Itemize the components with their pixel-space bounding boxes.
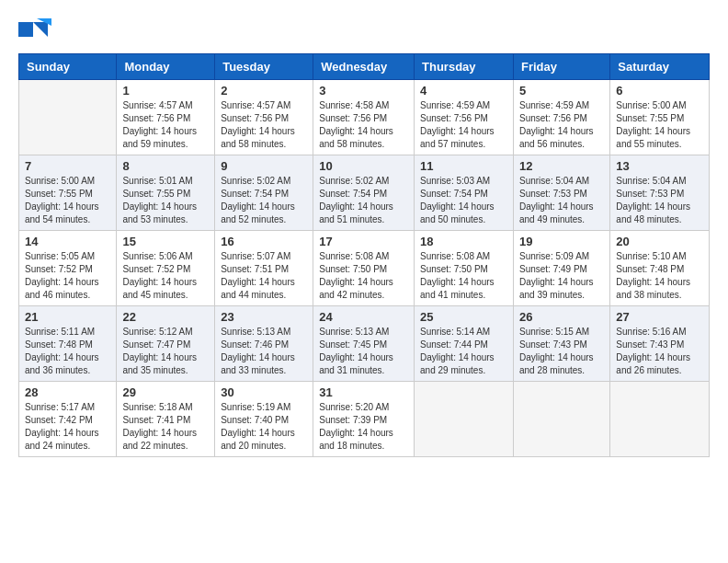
day-info: Sunrise: 5:09 AM Sunset: 7:49 PM Dayligh… (519, 250, 604, 302)
calendar-cell: 27Sunrise: 5:16 AM Sunset: 7:43 PM Dayli… (610, 306, 710, 382)
day-number: 2 (221, 84, 307, 98)
page-header (18, 18, 710, 44)
calendar-cell: 11Sunrise: 5:03 AM Sunset: 7:54 PM Dayli… (415, 155, 514, 231)
day-info: Sunrise: 5:11 AM Sunset: 7:48 PM Dayligh… (25, 326, 110, 377)
day-info: Sunrise: 5:08 AM Sunset: 7:50 PM Dayligh… (319, 250, 408, 302)
calendar-cell: 8Sunrise: 5:01 AM Sunset: 7:55 PM Daylig… (117, 155, 215, 231)
day-info: Sunrise: 5:03 AM Sunset: 7:54 PM Dayligh… (420, 175, 507, 226)
day-info: Sunrise: 5:19 AM Sunset: 7:40 PM Dayligh… (221, 401, 307, 453)
calendar-cell: 24Sunrise: 5:13 AM Sunset: 7:45 PM Dayli… (313, 306, 415, 382)
day-number: 12 (519, 159, 604, 173)
day-info: Sunrise: 4:57 AM Sunset: 7:56 PM Dayligh… (122, 99, 209, 151)
calendar-cell: 18Sunrise: 5:08 AM Sunset: 7:50 PM Dayli… (415, 231, 514, 306)
column-header-sunday: Sunday (19, 54, 117, 80)
calendar-cell: 17Sunrise: 5:08 AM Sunset: 7:50 PM Dayli… (313, 231, 415, 306)
calendar-week-row: 14Sunrise: 5:05 AM Sunset: 7:52 PM Dayli… (19, 231, 710, 306)
day-info: Sunrise: 4:59 AM Sunset: 7:56 PM Dayligh… (519, 99, 604, 151)
logo-icon (18, 18, 51, 44)
calendar-cell: 29Sunrise: 5:18 AM Sunset: 7:41 PM Dayli… (117, 382, 215, 457)
calendar-cell: 28Sunrise: 5:17 AM Sunset: 7:42 PM Dayli… (19, 382, 117, 457)
calendar-cell: 31Sunrise: 5:20 AM Sunset: 7:39 PM Dayli… (313, 382, 415, 457)
calendar-cell: 6Sunrise: 5:00 AM Sunset: 7:55 PM Daylig… (610, 80, 710, 155)
calendar-cell: 22Sunrise: 5:12 AM Sunset: 7:47 PM Dayli… (117, 306, 215, 382)
calendar-cell: 23Sunrise: 5:13 AM Sunset: 7:46 PM Dayli… (215, 306, 313, 382)
day-number: 20 (616, 235, 703, 248)
calendar-cell (610, 382, 710, 457)
day-info: Sunrise: 5:06 AM Sunset: 7:52 PM Dayligh… (122, 250, 209, 302)
calendar-cell (19, 80, 117, 155)
calendar-cell: 15Sunrise: 5:06 AM Sunset: 7:52 PM Dayli… (117, 231, 215, 306)
calendar-week-row: 21Sunrise: 5:11 AM Sunset: 7:48 PM Dayli… (19, 306, 710, 382)
day-number: 16 (221, 235, 307, 248)
column-header-tuesday: Tuesday (215, 54, 313, 80)
day-number: 22 (122, 310, 209, 324)
calendar-cell (415, 382, 514, 457)
logo (18, 18, 55, 44)
day-number: 6 (616, 84, 703, 98)
day-info: Sunrise: 5:08 AM Sunset: 7:50 PM Dayligh… (420, 250, 507, 302)
day-number: 30 (221, 385, 307, 399)
day-info: Sunrise: 5:14 AM Sunset: 7:44 PM Dayligh… (420, 326, 507, 377)
day-info: Sunrise: 5:04 AM Sunset: 7:53 PM Dayligh… (616, 175, 703, 226)
day-number: 8 (122, 159, 209, 173)
day-number: 25 (420, 310, 507, 324)
column-header-wednesday: Wednesday (313, 54, 415, 80)
calendar-cell (513, 382, 609, 457)
day-number: 28 (25, 385, 110, 399)
day-info: Sunrise: 5:12 AM Sunset: 7:47 PM Dayligh… (122, 326, 209, 377)
day-number: 23 (221, 310, 307, 324)
day-info: Sunrise: 5:07 AM Sunset: 7:51 PM Dayligh… (221, 250, 307, 302)
day-number: 31 (319, 385, 408, 399)
day-number: 15 (122, 235, 209, 248)
day-number: 24 (319, 310, 408, 324)
calendar-cell: 9Sunrise: 5:02 AM Sunset: 7:54 PM Daylig… (215, 155, 313, 231)
day-info: Sunrise: 5:00 AM Sunset: 7:55 PM Dayligh… (25, 175, 110, 226)
column-header-friday: Friday (513, 54, 609, 80)
day-info: Sunrise: 5:20 AM Sunset: 7:39 PM Dayligh… (319, 401, 408, 453)
calendar-cell: 14Sunrise: 5:05 AM Sunset: 7:52 PM Dayli… (19, 231, 117, 306)
day-number: 14 (25, 235, 110, 248)
calendar-week-row: 7Sunrise: 5:00 AM Sunset: 7:55 PM Daylig… (19, 155, 710, 231)
day-info: Sunrise: 4:58 AM Sunset: 7:56 PM Dayligh… (319, 99, 408, 151)
calendar-cell: 21Sunrise: 5:11 AM Sunset: 7:48 PM Dayli… (19, 306, 117, 382)
calendar-cell: 26Sunrise: 5:15 AM Sunset: 7:43 PM Dayli… (513, 306, 609, 382)
column-header-saturday: Saturday (610, 54, 710, 80)
column-header-thursday: Thursday (415, 54, 514, 80)
calendar-week-row: 28Sunrise: 5:17 AM Sunset: 7:42 PM Dayli… (19, 382, 710, 457)
day-info: Sunrise: 5:00 AM Sunset: 7:55 PM Dayligh… (616, 99, 703, 151)
day-number: 27 (616, 310, 703, 324)
day-info: Sunrise: 5:16 AM Sunset: 7:43 PM Dayligh… (616, 326, 703, 377)
calendar-cell: 10Sunrise: 5:02 AM Sunset: 7:54 PM Dayli… (313, 155, 415, 231)
day-number: 1 (122, 84, 209, 98)
day-number: 19 (519, 235, 604, 248)
day-info: Sunrise: 5:05 AM Sunset: 7:52 PM Dayligh… (25, 250, 110, 302)
day-number: 18 (420, 235, 507, 248)
calendar-cell: 5Sunrise: 4:59 AM Sunset: 7:56 PM Daylig… (513, 80, 609, 155)
calendar-header-row: SundayMondayTuesdayWednesdayThursdayFrid… (19, 54, 710, 80)
day-number: 29 (122, 385, 209, 399)
day-info: Sunrise: 5:02 AM Sunset: 7:54 PM Dayligh… (319, 175, 408, 226)
day-number: 26 (519, 310, 604, 324)
calendar-cell: 7Sunrise: 5:00 AM Sunset: 7:55 PM Daylig… (19, 155, 117, 231)
day-number: 10 (319, 159, 408, 173)
calendar-cell: 16Sunrise: 5:07 AM Sunset: 7:51 PM Dayli… (215, 231, 313, 306)
calendar-cell: 3Sunrise: 4:58 AM Sunset: 7:56 PM Daylig… (313, 80, 415, 155)
day-info: Sunrise: 5:17 AM Sunset: 7:42 PM Dayligh… (25, 401, 110, 453)
day-info: Sunrise: 4:57 AM Sunset: 7:56 PM Dayligh… (221, 99, 307, 151)
day-number: 11 (420, 159, 507, 173)
day-number: 3 (319, 84, 408, 98)
day-info: Sunrise: 5:18 AM Sunset: 7:41 PM Dayligh… (122, 401, 209, 453)
svg-marker-1 (33, 22, 48, 37)
svg-rect-0 (18, 22, 33, 37)
day-number: 17 (319, 235, 408, 248)
day-info: Sunrise: 4:59 AM Sunset: 7:56 PM Dayligh… (420, 99, 507, 151)
column-header-monday: Monday (117, 54, 215, 80)
day-number: 13 (616, 159, 703, 173)
calendar-cell: 1Sunrise: 4:57 AM Sunset: 7:56 PM Daylig… (117, 80, 215, 155)
calendar-cell: 30Sunrise: 5:19 AM Sunset: 7:40 PM Dayli… (215, 382, 313, 457)
day-number: 21 (25, 310, 110, 324)
day-info: Sunrise: 5:13 AM Sunset: 7:46 PM Dayligh… (221, 326, 307, 377)
calendar-table: SundayMondayTuesdayWednesdayThursdayFrid… (18, 53, 710, 457)
day-info: Sunrise: 5:04 AM Sunset: 7:53 PM Dayligh… (519, 175, 604, 226)
calendar-cell: 20Sunrise: 5:10 AM Sunset: 7:48 PM Dayli… (610, 231, 710, 306)
